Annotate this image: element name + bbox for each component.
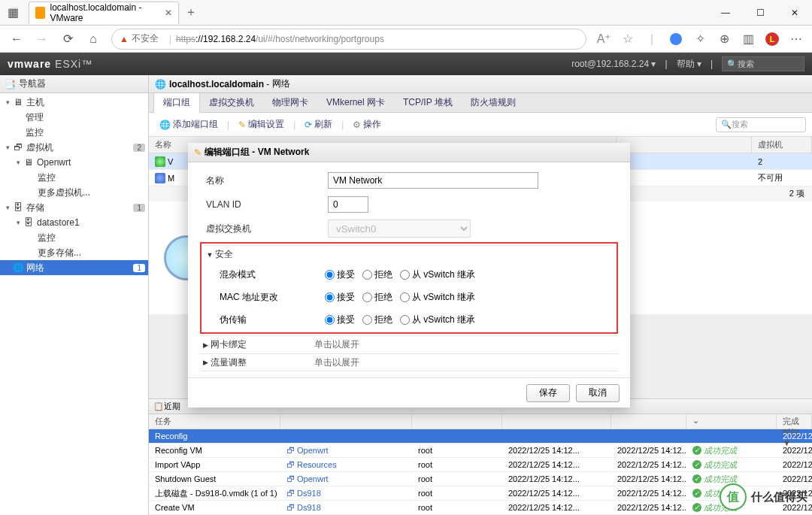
sidebar-item-openwrt[interactable]: ▾🖥Openwrt xyxy=(0,155,148,170)
sidebar-item-storage[interactable]: ▾🗄存储1 xyxy=(0,200,148,215)
app-icon[interactable]: ▥ xyxy=(737,29,759,50)
tasks-col-task[interactable]: 任务 xyxy=(149,414,280,429)
sidebar-item-ds-monitor[interactable]: 监控 xyxy=(0,230,148,245)
user-menu[interactable]: root@192.168.2.24 ▾ xyxy=(571,59,656,69)
url-scheme: https xyxy=(176,34,195,44)
tab-vswitch[interactable]: 虚拟交换机 xyxy=(200,93,263,112)
watermark: 值 什么值得买 xyxy=(720,483,807,510)
task-row[interactable]: Shutdown Guest🗗 Openwrtroot2022/12/25 14… xyxy=(149,472,812,486)
refresh-button-tb[interactable]: ⟳刷新 xyxy=(300,117,337,132)
security-section-header[interactable]: ▼安全 xyxy=(205,245,614,263)
mac-inherit-radio[interactable]: 从 vSwitch 继承 xyxy=(400,291,475,304)
forged-inherit-radio[interactable]: 从 vSwitch 继承 xyxy=(400,314,475,326)
tab-vmkernel[interactable]: VMkernel 网卡 xyxy=(317,93,394,112)
extension-blue-icon[interactable] xyxy=(665,29,687,50)
forged-reject-radio[interactable]: 拒绝 xyxy=(362,314,392,326)
modal-title-bar[interactable]: ✎ 编辑端口组 - VM Network xyxy=(188,143,630,162)
favicon-icon xyxy=(35,7,45,19)
vswitch-select: vSwitch0 xyxy=(328,220,471,238)
col-vm[interactable]: 虚拟机 xyxy=(752,137,812,153)
promiscuous-label: 混杂模式 xyxy=(205,268,325,281)
insecure-icon: ▲ xyxy=(120,34,129,44)
tabs-button[interactable]: ▦ xyxy=(0,0,26,26)
task-row[interactable]: Create VM🗗 Ds918root2022/12/25 14:12...2… xyxy=(149,501,812,515)
vmware-logo: vmware ESXi™ xyxy=(8,58,92,70)
task-row[interactable]: 上载磁盘 - Ds918-0.vmdk (1 of 1)🗗 Ds918root2… xyxy=(149,486,812,501)
watermark-badge-icon: 值 xyxy=(720,483,747,510)
global-search-input[interactable]: 🔍 搜索 xyxy=(722,56,804,71)
promisc-inherit-radio[interactable]: 从 vSwitch 继承 xyxy=(400,268,475,281)
edit-settings-button[interactable]: ✎编辑设置 xyxy=(234,117,289,132)
vlan-label: VLAN ID xyxy=(200,199,328,210)
actions-button[interactable]: ⚙操作 xyxy=(348,117,386,132)
forward-button[interactable]: → xyxy=(30,29,54,50)
maximize-button[interactable]: ☐ xyxy=(743,0,777,26)
tab-strip: 端口组 虚拟交换机 物理网卡 VMkernel 网卡 TCP/IP 堆栈 防火墙… xyxy=(149,93,812,113)
mac-accept-radio[interactable]: 接受 xyxy=(325,291,355,304)
network-icon: 🌐 xyxy=(155,79,166,89)
minimize-button[interactable]: — xyxy=(708,0,743,26)
browser-tab-bar: ▦ localhost.localdomain - VMware ✕ ＋ — ☐… xyxy=(0,0,812,26)
forged-accept-radio[interactable]: 接受 xyxy=(325,314,355,326)
breadcrumb: 🌐 localhost.localdomain - 网络 xyxy=(149,75,812,93)
sidebar-item-host[interactable]: ▾🖥主机 xyxy=(0,95,148,110)
sidebar-item-network[interactable]: ▸🌐网络1 xyxy=(0,260,148,275)
sidebar-item-datastore1[interactable]: ▾🗄datastore1 xyxy=(0,215,148,230)
task-row[interactable]: Import VApp🗗 Resourcesroot2022/12/25 14:… xyxy=(149,458,812,472)
vmware-header: vmware ESXi™ root@192.168.2.24 ▾ | 帮助 ▾ … xyxy=(0,53,812,75)
url-path: /ui/#/host/networking/portgroups xyxy=(256,34,384,44)
profile-icon[interactable]: L xyxy=(761,29,783,50)
tab-pnic[interactable]: 物理网卡 xyxy=(263,93,317,112)
promisc-accept-radio[interactable]: 接受 xyxy=(325,268,355,281)
url-input[interactable]: ▲ 不安全 | https ://192.168.2.24 /ui/#/host… xyxy=(111,29,586,50)
sidebar-item-manage[interactable]: 管理 xyxy=(0,110,148,125)
mac-label: MAC 地址更改 xyxy=(205,291,325,304)
save-button[interactable]: 保存 xyxy=(526,384,570,402)
url-host: ://192.168.2.24 xyxy=(195,34,256,44)
tab-tcpip[interactable]: TCP/IP 堆栈 xyxy=(394,93,462,112)
sidebar-item-vms[interactable]: ▾🗗虚拟机2 xyxy=(0,140,148,155)
watermark-text: 什么值得买 xyxy=(751,490,807,504)
portgroup-icon xyxy=(155,173,165,183)
reader-icon[interactable]: A⁺ xyxy=(592,29,615,50)
vlan-input[interactable] xyxy=(328,196,368,213)
mac-reject-radio[interactable]: 拒绝 xyxy=(362,291,392,304)
browser-tab[interactable]: localhost.localdomain - VMware ✕ xyxy=(29,2,179,24)
vswitch-label: 虚拟交换机 xyxy=(200,223,328,235)
tab-portgroups[interactable]: 端口组 xyxy=(153,92,200,113)
address-bar: ← → ⟳ ⌂ ▲ 不安全 | https ://192.168.2.24 /u… xyxy=(0,26,812,53)
task-row[interactable]: Reconfig2022/12/25 14:17... xyxy=(149,429,812,444)
navigator-header: 📑 导航器 xyxy=(0,75,148,93)
sidebar-item-monitor[interactable]: 监控 xyxy=(0,125,148,140)
tab-title: localhost.localdomain - VMware xyxy=(50,2,157,23)
home-button[interactable]: ⌂ xyxy=(81,29,105,50)
menu-icon[interactable]: ⋯ xyxy=(785,29,807,50)
edit-portgroup-modal: ✎ 编辑端口组 - VM Network 名称 VLAN ID 虚拟交换机 vS… xyxy=(188,143,630,407)
extensions-icon[interactable]: ✧ xyxy=(689,29,711,50)
new-tab-button[interactable]: ＋ xyxy=(185,5,197,20)
name-input[interactable] xyxy=(328,172,538,189)
col-spacer: ⌄ xyxy=(617,137,752,153)
sidebar-item-more-storage[interactable]: 更多存储... xyxy=(0,245,148,260)
tasks-col-done[interactable]: 完成时间 ▼ xyxy=(777,414,812,429)
tab-firewall[interactable]: 防火墙规则 xyxy=(462,93,525,112)
nic-teaming-header[interactable]: ▶网卡绑定 单击以展开 xyxy=(200,335,618,353)
security-section-highlight: ▼安全 混杂模式 接受 拒绝 从 vSwitch 继承 MAC 地址更改 接受 … xyxy=(200,242,618,334)
refresh-button[interactable]: ⟳ xyxy=(56,29,80,50)
back-button[interactable]: ← xyxy=(5,29,29,50)
collections-icon[interactable]: ⊕ xyxy=(713,29,735,50)
sidebar-item-vm-monitor[interactable]: 监控 xyxy=(0,170,148,185)
sidebar-item-more-vm[interactable]: 更多虚拟机... xyxy=(0,185,148,200)
help-menu[interactable]: 帮助 ▾ xyxy=(677,58,701,71)
promisc-reject-radio[interactable]: 拒绝 xyxy=(362,268,392,281)
ext-sep: | xyxy=(641,29,663,50)
cancel-button[interactable]: 取消 xyxy=(576,384,620,402)
traffic-shaping-header[interactable]: ▶流量调整 单击以展开 xyxy=(200,353,618,371)
insecure-label: 不安全 xyxy=(132,32,159,45)
task-row[interactable]: Reconfig VM🗗 Openwrtroot2022/12/25 14:12… xyxy=(149,444,812,458)
close-window-button[interactable]: ✕ xyxy=(777,0,812,26)
close-tab-icon[interactable]: ✕ xyxy=(165,8,172,18)
grid-search-input[interactable]: 🔍 搜索 xyxy=(716,117,806,132)
favorite-icon[interactable]: ☆ xyxy=(617,29,639,50)
add-portgroup-button[interactable]: 🌐添加端口组 xyxy=(155,117,223,132)
